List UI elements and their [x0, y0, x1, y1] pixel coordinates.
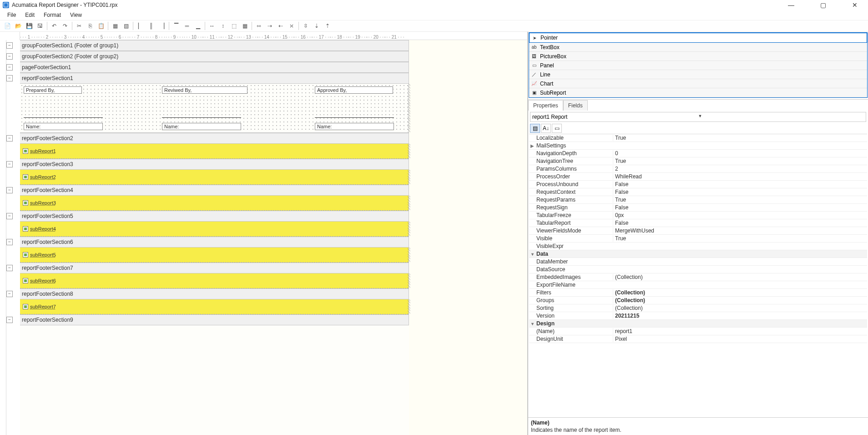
alphabetical-icon[interactable]: A↓: [541, 124, 551, 133]
paste-icon[interactable]: 📋: [96, 21, 106, 31]
tab-properties[interactable]: Properties: [528, 100, 563, 111]
subreport[interactable]: subReport7: [20, 299, 409, 314]
redo-icon[interactable]: ↷: [60, 21, 70, 31]
property-row[interactable]: Filters(Collection): [529, 289, 867, 297]
property-row[interactable]: (Name)report1: [529, 328, 867, 335]
undo-icon[interactable]: ↶: [49, 21, 59, 31]
property-category[interactable]: ▾Design: [529, 320, 867, 328]
section-toggle-icon[interactable]: −: [6, 42, 13, 49]
section-header[interactable]: −reportFooterSection3: [20, 159, 409, 170]
property-value[interactable]: MergeWithUsed: [613, 228, 867, 234]
section-header[interactable]: −pageFooterSection1: [20, 62, 409, 73]
property-row[interactable]: EmbeddedImages(Collection): [529, 273, 867, 281]
property-value[interactable]: 0px: [613, 212, 867, 218]
property-value[interactable]: False: [613, 181, 867, 187]
menu-edit[interactable]: Edit: [20, 10, 39, 20]
property-grid[interactable]: LocalizableTrue▶MailSettingsNavigationDe…: [529, 134, 867, 417]
subreport[interactable]: subReport6: [20, 273, 409, 288]
save-to-server-icon[interactable]: 🖫: [35, 21, 45, 31]
section-toggle-icon[interactable]: −: [6, 75, 13, 81]
property-row[interactable]: ProcessUnboundFalse: [529, 181, 867, 188]
align-right-icon[interactable]: ▕: [157, 21, 167, 31]
toolbox-item-line[interactable]: ／Line: [529, 70, 867, 79]
section-header[interactable]: −groupFooterSection1 (Footer of group1): [20, 40, 409, 51]
property-row[interactable]: ProcessOrderWhileRead: [529, 173, 867, 181]
property-row[interactable]: RequestSignFalse: [529, 204, 867, 212]
vspace-inc-icon[interactable]: ⇣: [312, 21, 322, 31]
section-header[interactable]: −reportFooterSection2: [20, 133, 409, 144]
toolbox-item-chart[interactable]: 📈Chart: [529, 79, 867, 88]
textbox[interactable]: Name:: [315, 123, 394, 130]
menu-file[interactable]: File: [3, 10, 20, 20]
textbox[interactable]: Name:: [24, 123, 103, 130]
section-body[interactable]: subReport2: [20, 170, 409, 185]
toolbox-item-pointer[interactable]: ➤Pointer: [529, 33, 867, 43]
property-value[interactable]: True: [613, 135, 867, 141]
property-value[interactable]: (Collection): [613, 274, 867, 280]
property-row[interactable]: DataSource: [529, 266, 867, 273]
property-row[interactable]: VisibleExpr: [529, 243, 867, 250]
property-row[interactable]: DesignUnitPixel: [529, 335, 867, 343]
hspace-dec-icon[interactable]: ⇠: [276, 21, 286, 31]
property-value[interactable]: (Collection): [613, 289, 867, 296]
subreport[interactable]: subReport2: [20, 170, 409, 185]
property-value[interactable]: report1: [613, 328, 867, 334]
property-value[interactable]: False: [613, 204, 867, 211]
toolbox-item-panel[interactable]: ▭Panel: [529, 61, 867, 70]
property-value[interactable]: 2: [613, 166, 867, 172]
property-value[interactable]: (Collection): [613, 297, 867, 303]
section-body[interactable]: subReport5: [20, 248, 409, 263]
property-row[interactable]: VisibleTrue: [529, 235, 867, 243]
section-body[interactable]: Prepared By,Reviwed By,Approved By,Name:…: [20, 84, 409, 133]
same-height-icon[interactable]: ↕: [218, 21, 228, 31]
close-button[interactable]: ✕: [844, 0, 865, 10]
maximize-button[interactable]: ▢: [812, 0, 833, 10]
vspace-dec-icon[interactable]: ⇡: [323, 21, 333, 31]
property-value[interactable]: (Collection): [613, 305, 867, 311]
line[interactable]: [162, 117, 241, 118]
same-size-icon[interactable]: ⬚: [229, 21, 239, 31]
cut-icon[interactable]: ✂: [74, 21, 84, 31]
section-body[interactable]: subReport7: [20, 299, 409, 314]
property-value[interactable]: Pixel: [613, 336, 867, 342]
property-row[interactable]: LocalizableTrue: [529, 134, 867, 142]
property-row[interactable]: Version20211215: [529, 312, 867, 320]
bring-front-icon[interactable]: ▦: [110, 21, 120, 31]
subreport[interactable]: subReport4: [20, 222, 409, 237]
toolbox-item-textbox[interactable]: abTextBox: [529, 43, 867, 52]
section-header[interactable]: −reportFooterSection5: [20, 211, 409, 222]
menu-view[interactable]: View: [66, 10, 86, 20]
subreport[interactable]: subReport5: [20, 248, 409, 263]
textbox[interactable]: Name:: [162, 123, 241, 130]
align-left-icon[interactable]: ▏: [135, 21, 145, 31]
categorized-icon[interactable]: ▤: [530, 124, 540, 133]
vspace-equal-icon[interactable]: ⇳: [301, 21, 311, 31]
copy-icon[interactable]: ⎘: [85, 21, 95, 31]
send-back-icon[interactable]: ▧: [121, 21, 131, 31]
section-toggle-icon[interactable]: −: [6, 161, 13, 167]
property-value[interactable]: WhileRead: [613, 173, 867, 180]
section-toggle-icon[interactable]: −: [6, 265, 13, 271]
open-icon[interactable]: 📂: [13, 21, 23, 31]
property-value[interactable]: False: [613, 220, 867, 226]
section-body[interactable]: subReport6: [20, 273, 409, 288]
toolbox-item-picturebox[interactable]: 🖼PictureBox: [529, 52, 867, 61]
section-toggle-icon[interactable]: −: [6, 187, 13, 193]
section-body[interactable]: subReport4: [20, 222, 409, 237]
property-row[interactable]: TabularFreeze0px: [529, 212, 867, 219]
subreport[interactable]: subReport3: [20, 196, 409, 211]
same-width-icon[interactable]: ↔: [207, 21, 217, 31]
property-row[interactable]: RequestContextFalse: [529, 188, 867, 196]
property-row[interactable]: ViewerFieldsModeMergeWithUsed: [529, 227, 867, 235]
property-value[interactable]: True: [613, 158, 867, 164]
object-selector[interactable]: report1 Report ▼: [530, 112, 866, 122]
tab-fields[interactable]: Fields: [563, 100, 588, 111]
property-value[interactable]: False: [613, 189, 867, 195]
textbox[interactable]: Reviwed By,: [162, 86, 247, 94]
size-to-grid-icon[interactable]: ▦: [240, 21, 250, 31]
property-row[interactable]: DataMember: [529, 258, 867, 266]
section-header[interactable]: −reportFooterSection8: [20, 288, 409, 299]
textbox[interactable]: Approved By,: [315, 86, 393, 94]
minimize-button[interactable]: —: [781, 0, 802, 10]
new-icon[interactable]: 📄: [2, 21, 12, 31]
